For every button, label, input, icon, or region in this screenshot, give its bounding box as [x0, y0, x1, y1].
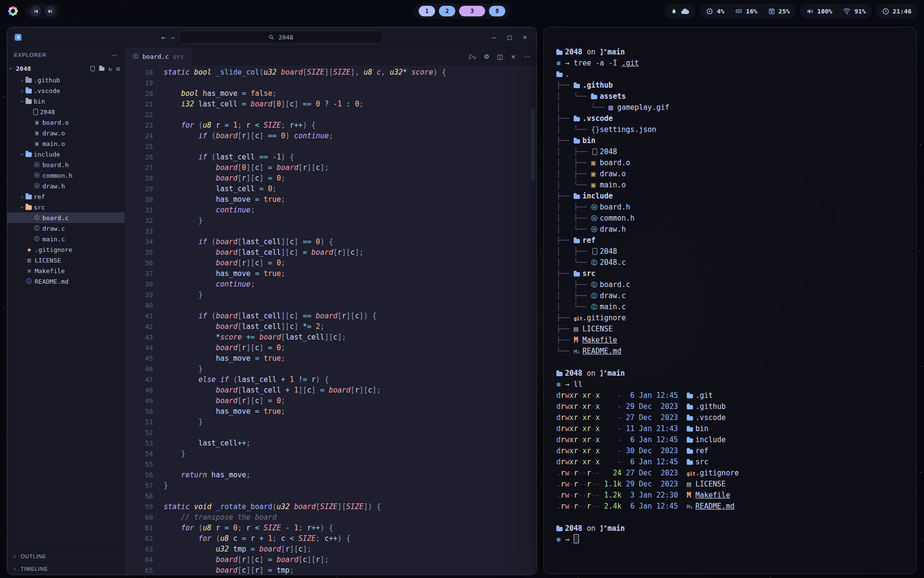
explorer-item-board-o[interactable]: ▣board.o: [7, 117, 125, 128]
explorer-item-src[interactable]: ›src: [7, 202, 125, 212]
collapse-all-icon[interactable]: ⊟: [116, 66, 120, 72]
code-line[interactable]: 49 board[r][c] = 0;: [125, 395, 537, 406]
explorer-root-folder[interactable]: › 2048 ↻ ⊟: [7, 63, 125, 75]
audio-network-widget[interactable]: 100% 91%: [800, 4, 872, 18]
system-metrics-widget[interactable]: 4% 16% 25%: [700, 4, 796, 18]
code-line[interactable]: 33: [125, 226, 537, 236]
code-line[interactable]: 61 for (u8 r = 0; r < SIZE - 1; r++) {: [125, 523, 537, 533]
editor-titlebar[interactable]: ← → 2048 – □ ×: [7, 27, 537, 47]
code-line[interactable]: 26 if (last_cell == -1) {: [125, 152, 537, 162]
explorer-item-gitignore[interactable]: ◆.gitignore: [7, 244, 125, 255]
explorer-item-board-h[interactable]: Ⓗboard.h: [7, 159, 125, 170]
code-line[interactable]: 62 for (u8 c = r + 1; c < SIZE; c++) {: [125, 533, 537, 544]
code-line[interactable]: 27 board[0][c] = board[r][c];: [125, 162, 537, 173]
code-editor[interactable]: 18static bool _slide_col(u32 board[SIZE]…: [125, 66, 537, 575]
workspace-1[interactable]: 1: [419, 6, 435, 16]
maximize-button[interactable]: □: [507, 33, 511, 41]
code-line[interactable]: 42 board[last_cell][c] *= 2;: [125, 321, 537, 332]
code-line[interactable]: 48 board[last_cell + 1][c] = board[r][c]…: [125, 385, 537, 395]
explorer-item-license[interactable]: ▤LICENSE: [7, 255, 125, 265]
explorer-item-include[interactable]: ›include: [7, 149, 125, 159]
nav-back-button[interactable]: ←: [161, 33, 166, 41]
code-line[interactable]: 56 return has_move;: [125, 470, 537, 480]
terminal-window[interactable]: 2048 on main✻ → tree -a -I .git.├── .git…: [543, 27, 917, 574]
explorer-item-2048[interactable]: 2048: [7, 106, 125, 117]
code-line[interactable]: 44 board[r][c] = 0;: [125, 342, 537, 353]
explorer-item-common-h[interactable]: Ⓗcommon.h: [7, 170, 125, 181]
code-line[interactable]: 53 last_cell++;: [125, 438, 537, 448]
code-line[interactable]: 37 has_move = true;: [125, 268, 537, 279]
code-line[interactable]: 46 }: [125, 364, 537, 374]
new-folder-icon[interactable]: [99, 67, 104, 71]
close-editor-icon[interactable]: ×: [511, 53, 516, 60]
code-line[interactable]: 23 for (u8 r = 1; r < SIZE; r++) {: [125, 120, 537, 131]
code-line[interactable]: 19: [125, 78, 537, 88]
explorer-item-ref[interactable]: ›ref: [7, 191, 125, 202]
explorer-item-draw-h[interactable]: Ⓗdraw.h: [7, 181, 125, 191]
workspace-3[interactable]: 3: [459, 6, 485, 16]
code-line[interactable]: 29 last_cell = 0;: [125, 184, 537, 194]
code-line[interactable]: 52: [125, 427, 537, 438]
code-line[interactable]: 43 *score += board[last_cell][c];: [125, 332, 537, 342]
explorer-item-bin[interactable]: ›bin: [7, 96, 125, 106]
code-line[interactable]: 20 bool has_move = false;: [125, 88, 537, 99]
code-line[interactable]: 36 board[r][c] = 0;: [125, 258, 537, 268]
explorer-item-board-c[interactable]: Ⓒboard.c: [7, 212, 125, 223]
code-line[interactable]: 55: [125, 459, 537, 470]
code-line[interactable]: 24 if (board[r][c] == 0) continue;: [125, 131, 537, 141]
tab-board-c[interactable]: Ⓒ board.c src: [125, 47, 192, 66]
explorer-item-main-c[interactable]: Ⓒmain.c: [7, 234, 125, 244]
code-line[interactable]: 28 board[r][c] = 0;: [125, 173, 537, 184]
nav-forward-button[interactable]: →: [170, 33, 175, 41]
code-line[interactable]: 64 board[r][c] = board[c][r];: [125, 554, 537, 565]
code-line[interactable]: 21 i32 last_cell = board[0][c] == 0 ? -1…: [125, 99, 537, 109]
explorer-item-draw-c[interactable]: Ⓒdraw.c: [7, 223, 125, 234]
media-next-button[interactable]: [45, 6, 55, 16]
code-line[interactable]: 47 else if (last_cell + 1 != r) {: [125, 374, 537, 385]
workspace-2[interactable]: 2: [439, 6, 455, 16]
minimize-button[interactable]: –: [492, 33, 496, 41]
code-line[interactable]: 60 // transpose the board: [125, 512, 537, 523]
more-actions-icon[interactable]: ⋯: [524, 53, 530, 60]
code-line[interactable]: 35 board[last_cell][c] = board[r][c];: [125, 247, 537, 258]
code-line[interactable]: 25: [125, 141, 537, 152]
outline-section[interactable]: › OUTLINE: [7, 550, 125, 562]
split-editor-icon[interactable]: ◫: [497, 53, 503, 60]
code-line[interactable]: 34 if (board[last_cell][c] == 0) {: [125, 236, 537, 247]
code-line[interactable]: 22: [125, 109, 537, 120]
close-button[interactable]: ×: [523, 33, 527, 41]
code-line[interactable]: 32 }: [125, 215, 537, 226]
code-line[interactable]: 63 u32 tmp = board[r][c];: [125, 544, 537, 554]
code-line[interactable]: 57}: [125, 480, 537, 491]
code-line[interactable]: 54 }: [125, 448, 537, 459]
media-prev-button[interactable]: [30, 6, 41, 16]
code-line[interactable]: 58: [125, 491, 537, 501]
weather-widget[interactable]: [665, 4, 695, 18]
command-center-search[interactable]: 2048: [180, 31, 383, 44]
timeline-section[interactable]: › TIMELINE: [7, 562, 125, 575]
code-line[interactable]: 30 has_move = true;: [125, 194, 537, 205]
code-line[interactable]: 18static bool _slide_col(u32 board[SIZE]…: [125, 67, 537, 78]
explorer-item-makefile[interactable]: ⚒Makefile: [7, 265, 125, 276]
explorer-item-main-o[interactable]: ▣main.o: [7, 138, 125, 149]
code-line[interactable]: 65 board[c][r] = tmp;: [125, 565, 537, 575]
code-line[interactable]: 39 }: [125, 289, 537, 300]
code-line[interactable]: 38 continue;: [125, 279, 537, 289]
explorer-more-icon[interactable]: ⋯: [111, 52, 118, 59]
explorer-item-github[interactable]: ›.github: [7, 75, 125, 85]
run-button[interactable]: ▷∨: [469, 53, 476, 60]
explorer-item-vscode[interactable]: ›.vscode: [7, 85, 125, 96]
settings-gear-icon[interactable]: ⚙: [484, 53, 489, 60]
code-line[interactable]: 59static void _rotate_board(u32 board[SI…: [125, 501, 537, 512]
code-line[interactable]: 50 has_move = true;: [125, 406, 537, 417]
refresh-icon[interactable]: ↻: [109, 66, 112, 72]
code-line[interactable]: 31 continue;: [125, 205, 537, 215]
system-logo-icon[interactable]: [7, 5, 19, 17]
code-line[interactable]: 40: [125, 300, 537, 311]
code-line[interactable]: 51 }: [125, 417, 537, 427]
code-line[interactable]: 41 if (board[last_cell][c] == board[r][c…: [125, 311, 537, 321]
new-file-icon[interactable]: [90, 66, 95, 71]
explorer-item-readme-md[interactable]: ⓘREADME.md: [7, 276, 125, 287]
workspace-8[interactable]: 8: [489, 6, 505, 16]
code-line[interactable]: 45 has_move = true;: [125, 353, 537, 364]
